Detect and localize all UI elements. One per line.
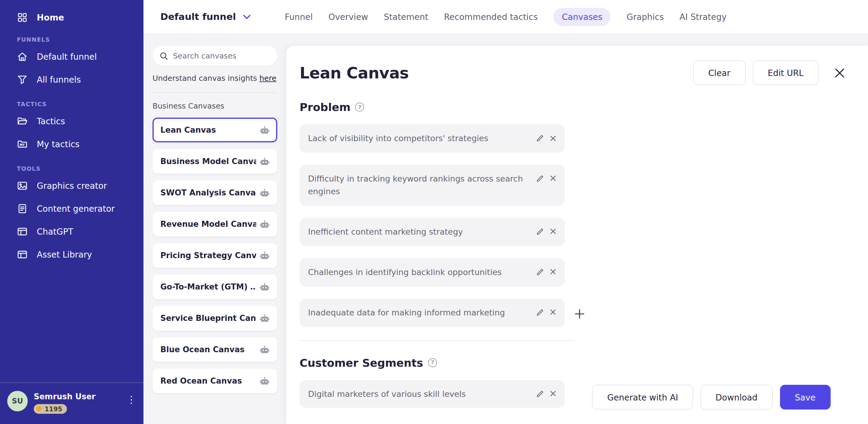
tab-overview[interactable]: Overview [329, 12, 368, 22]
canvas-card-go-to-market-canvas[interactable]: Go-To-Market (GTM) … [153, 274, 277, 299]
canvas-card-label: Lean Canvas [160, 125, 256, 134]
credits-badge: 1195 [34, 404, 67, 414]
robot-icon [260, 314, 270, 322]
field-text: Lack of visibility into competitors' str… [308, 132, 530, 145]
canvas-card-revenue-model-canvas[interactable]: Revenue Model Canvas [153, 212, 277, 236]
user-profile[interactable]: SU Semrush User 1195 ⋮ [0, 382, 144, 424]
footer-actions: Generate with AI Download Save [592, 385, 831, 410]
download-button[interactable]: Download [701, 385, 772, 410]
folder-my-icon: MY [17, 139, 28, 150]
field-text: Inadequate data for making informed mark… [308, 306, 530, 319]
canvas-card-label: Business Model Canvas [160, 157, 256, 166]
remove-icon[interactable] [550, 175, 556, 182]
tab-ai-strategy[interactable]: AI Strategy [680, 12, 727, 22]
sidebar-item-all-funnels[interactable]: All funnels [0, 68, 144, 91]
canvas-card-label: SWOT Analysis Canvas [160, 188, 256, 197]
help-icon[interactable]: ? [355, 102, 364, 112]
sidebar-item-asset-library[interactable]: Asset Library [0, 243, 144, 266]
edit-icon[interactable] [536, 268, 544, 276]
robot-icon [260, 157, 270, 165]
sidebar-item-content-generator[interactable]: Content generator [0, 197, 144, 220]
field-item: Digital marketers of various skill level… [300, 380, 565, 408]
insights-text: Understand canvas insights [153, 73, 257, 83]
canvas-card-swot-analysis-canvas[interactable]: SWOT Analysis Canvas [153, 180, 277, 205]
help-icon[interactable]: ? [428, 358, 437, 367]
grid-icon [17, 12, 28, 23]
remove-icon[interactable] [550, 135, 556, 142]
canvas-card-label: Service Blueprint Can… [160, 314, 256, 323]
insights-note: Understand canvas insights here [153, 73, 277, 83]
robot-icon [260, 345, 270, 354]
content-area: Understand canvas insights here Business… [144, 34, 868, 424]
edit-icon[interactable] [536, 174, 544, 183]
clear-button[interactable]: Clear [693, 60, 745, 85]
save-button[interactable]: Save [780, 385, 831, 410]
funnel-icon [17, 74, 28, 85]
canvas-card-blue-ocean-canvas[interactable]: Blue Ocean Canvas [153, 337, 277, 362]
canvas-group-label: Business Canvases [153, 101, 277, 110]
remove-icon[interactable] [550, 390, 556, 397]
sidebar-section-funnels: FUNNELS [0, 27, 144, 45]
remove-icon[interactable] [550, 268, 556, 275]
canvas-card-label: Red Ocean Canvas [160, 376, 256, 385]
canvas-card-label: Pricing Strategy Canv… [160, 251, 256, 260]
sidebar-section-tactics: TACTICS [0, 91, 144, 110]
field-text: Digital marketers of various skill level… [308, 388, 530, 400]
edit-url-button[interactable]: Edit URL [752, 60, 818, 85]
insights-link[interactable]: here [259, 73, 276, 83]
tab-canvases[interactable]: Canvases [553, 8, 611, 26]
topbar: Default funnel Funnel Overview Statement… [144, 0, 868, 34]
canvas-card-label: Revenue Model Canvas [160, 219, 256, 229]
sidebar-item-graphics-creator[interactable]: Graphics creator [0, 174, 144, 197]
search-input[interactable] [173, 51, 270, 60]
sidebar-item-default-funnel[interactable]: Default funnel [0, 45, 144, 68]
canvas-card-service-blueprint-canvas[interactable]: Service Blueprint Can… [153, 306, 277, 331]
tab-statement[interactable]: Statement [384, 12, 428, 22]
robot-icon [260, 282, 270, 291]
generate-with-ai-button[interactable]: Generate with AI [592, 385, 693, 410]
sidebar-section-tools: TOOLS [0, 156, 144, 174]
field-item: Inadequate data for making informed mark… [300, 298, 565, 327]
canvas-card-business-model-canvas[interactable]: Business Model Canvas [153, 149, 277, 174]
image-icon [17, 180, 28, 191]
robot-icon [260, 188, 270, 197]
edit-icon[interactable] [536, 308, 544, 316]
robot-icon [260, 251, 270, 260]
problem-rows: Lack of visibility into competitors' str… [300, 124, 868, 327]
svg-text:MY: MY [20, 143, 25, 147]
edit-icon[interactable] [536, 228, 544, 236]
sidebar-home-label: Home [37, 13, 64, 22]
search-box [153, 46, 277, 66]
panel-divider [153, 92, 277, 93]
section-title: Problem [300, 101, 350, 113]
canvas-card-label: Blue Ocean Canvas [160, 345, 256, 354]
sidebar-item-home[interactable]: Home [0, 0, 144, 27]
sidebar-item-label: Tactics [37, 116, 65, 126]
canvas-card-lean-canvas[interactable]: Lean Canvas [153, 118, 277, 142]
field-text: Challenges in identifying backlink oppor… [308, 266, 530, 278]
topbar-tabs: Funnel Overview Statement Recommended ta… [285, 8, 727, 26]
remove-icon[interactable] [550, 309, 556, 315]
funnel-selector-dropdown[interactable]: Default funnel [160, 11, 251, 22]
lean-canvas-editor: Lean Canvas Clear Edit URL Problem ? [286, 46, 868, 424]
robot-icon [260, 126, 270, 134]
sidebar-item-tactics[interactable]: Tactics [0, 110, 144, 133]
editor-header: Lean Canvas Clear Edit URL [286, 46, 868, 85]
tab-graphics[interactable]: Graphics [627, 12, 664, 22]
edit-icon[interactable] [536, 134, 544, 142]
add-item-icon[interactable] [575, 308, 585, 319]
sidebar-item-label: Content generator [37, 204, 115, 213]
canvas-card-red-ocean-canvas[interactable]: Red Ocean Canvas [153, 368, 277, 393]
avatar: SU [7, 391, 28, 411]
sidebar-item-chatgpt[interactable]: ChatGPT [0, 220, 144, 243]
tab-funnel[interactable]: Funnel [285, 12, 313, 22]
edit-icon[interactable] [536, 389, 544, 398]
sidebar-item-my-tactics[interactable]: MY My tactics [0, 133, 144, 156]
remove-icon[interactable] [550, 228, 556, 235]
close-icon[interactable] [834, 67, 845, 78]
funnel-selector-label: Default funnel [160, 11, 236, 22]
section-divider [300, 340, 575, 340]
canvas-card-pricing-strategy-canvas[interactable]: Pricing Strategy Canv… [153, 243, 277, 268]
tab-recommended-tactics[interactable]: Recommended tactics [444, 12, 538, 22]
kebab-menu-icon[interactable]: ⋮ [127, 395, 136, 404]
